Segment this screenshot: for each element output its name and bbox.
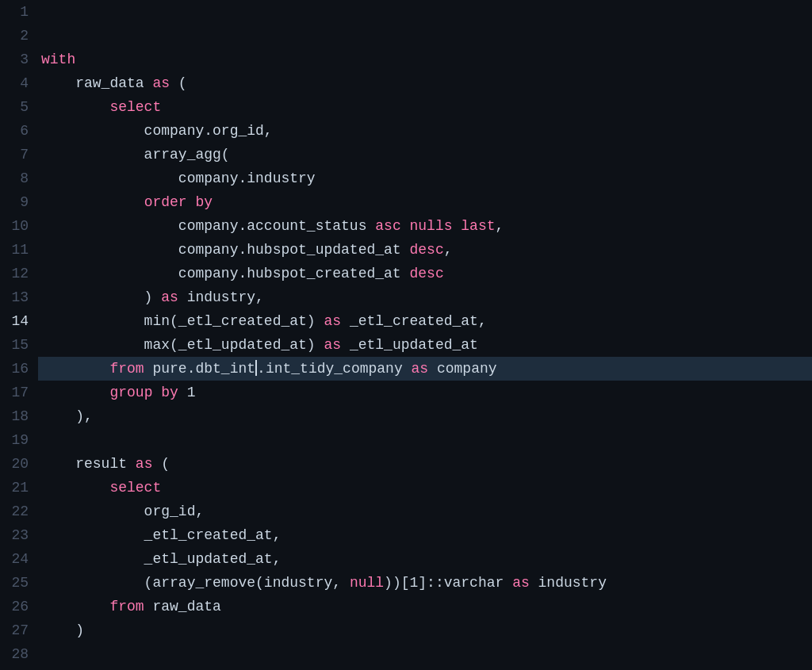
token: .int_tidy_company [257, 361, 411, 377]
token: asc nulls last [375, 218, 495, 234]
line-number-6: 6 [0, 119, 29, 143]
line-number-11: 11 [0, 238, 29, 262]
code-line-23: (array_remove(industry, null))[1]::varch… [38, 571, 812, 595]
token: as [161, 289, 178, 305]
line-number-9: 9 [0, 190, 29, 214]
line-number-15: 15 [0, 333, 29, 357]
code-line-13: max(_etl_updated_at) as _etl_updated_at [38, 333, 812, 357]
token: company [428, 361, 496, 377]
code-line-12: min(_etl_created_at) as _etl_created_at, [38, 309, 812, 333]
token: org_id, [41, 503, 204, 519]
code-line-3: select [38, 95, 812, 119]
token: as [512, 575, 530, 591]
line-number-1: 1 [0, 0, 29, 24]
code-line-27: select * [38, 666, 812, 670]
code-line-2: raw_data as ( [38, 71, 812, 95]
line-number-25: 25 [0, 571, 29, 595]
token: ), [41, 408, 93, 424]
token: _etl_created_at, [341, 313, 487, 329]
code-line-17 [38, 428, 812, 452]
token [41, 194, 144, 210]
line-number-3: 3 [0, 48, 29, 71]
token: as [324, 337, 341, 353]
token: raw_data [144, 599, 221, 614]
line-number-20: 20 [0, 452, 29, 476]
token: (array_remove(industry, [41, 575, 350, 591]
code-line-4: company.org_id, [38, 119, 812, 143]
line-number-4: 4 [0, 71, 29, 95]
code-line-24: from raw_data [38, 595, 812, 618]
token: company.hubspot_updated_at [41, 242, 409, 258]
line-number-19: 19 [0, 428, 29, 452]
token: _etl_created_at, [41, 527, 281, 543]
token: null [350, 575, 384, 591]
token: company.account_status [41, 218, 375, 234]
code-line-25: ) [38, 618, 812, 642]
token: min(_etl_created_at) [41, 313, 324, 329]
token: industry, [178, 289, 264, 305]
code-line-16: ), [38, 404, 812, 428]
code-editor: 1234567891011121314151617181920212223242… [0, 0, 812, 670]
line-number-13: 13 [0, 285, 29, 309]
line-number-23: 23 [0, 523, 29, 547]
line-numbers: 1234567891011121314151617181920212223242… [0, 0, 38, 670]
code-line-8: company.account_status asc nulls last, [38, 214, 812, 238]
token: desc [409, 266, 443, 281]
code-line-19: select [38, 476, 812, 500]
token: from [109, 599, 144, 614]
token: select [41, 99, 161, 115]
line-number-2: 2 [0, 24, 29, 48]
token: result [41, 456, 136, 472]
line-number-10: 10 [0, 214, 29, 238]
code-line-7: order by [38, 190, 812, 214]
token: _etl_updated_at [341, 337, 478, 353]
token: as [152, 75, 170, 91]
token: ) [41, 289, 161, 305]
token: as [136, 456, 153, 472]
token: industry [530, 575, 607, 591]
code-line-15: group by 1 [38, 381, 812, 404]
token: , [444, 242, 453, 258]
code-line-20: org_id, [38, 500, 812, 523]
code-line-1: with [38, 48, 812, 71]
line-number-5: 5 [0, 95, 29, 119]
token: raw_data [41, 75, 152, 91]
line-number-27: 27 [0, 618, 29, 642]
token: max(_etl_updated_at) [41, 337, 324, 353]
token [41, 599, 109, 614]
token: desc [409, 242, 443, 258]
token: company.org_id, [41, 123, 273, 139]
code-line-18: result as ( [38, 452, 812, 476]
token: company.hubspot_created_at [41, 266, 409, 281]
token: company.industry [41, 170, 316, 186]
line-number-12: 12 [0, 262, 29, 285]
code-line-5: array_agg( [38, 143, 812, 167]
token: as [412, 361, 429, 377]
line-number-8: 8 [0, 167, 29, 190]
token: pure.dbt_int [144, 361, 255, 377]
token: _etl_updated_at, [41, 551, 281, 567]
token: group by [109, 385, 178, 400]
token: order by [144, 194, 213, 210]
line-number-14: 14 [0, 309, 29, 333]
line-number-24: 24 [0, 547, 29, 571]
code-line-14: from pure.dbt_int.int_tidy_company as co… [38, 357, 812, 381]
code-line-9: company.hubspot_updated_at desc, [38, 238, 812, 262]
line-number-16: 16 [0, 357, 29, 381]
token: ( [152, 456, 170, 472]
token: 1 [178, 385, 196, 400]
token: ) [41, 622, 84, 638]
code-line-26 [38, 642, 812, 666]
line-number-22: 22 [0, 500, 29, 523]
code-line-10: company.hubspot_created_at desc [38, 262, 812, 285]
token: array_agg( [41, 147, 230, 163]
line-number-28: 28 [0, 642, 29, 666]
line-number-17: 17 [0, 381, 29, 404]
token: from [109, 361, 144, 377]
line-number-21: 21 [0, 476, 29, 500]
token: ))[1]::varchar [384, 575, 512, 591]
code-line-6: company.industry [38, 167, 812, 190]
code-content[interactable]: with raw_data as ( select company.org_id… [38, 0, 812, 670]
code-line-21: _etl_created_at, [38, 523, 812, 547]
token [41, 385, 109, 400]
